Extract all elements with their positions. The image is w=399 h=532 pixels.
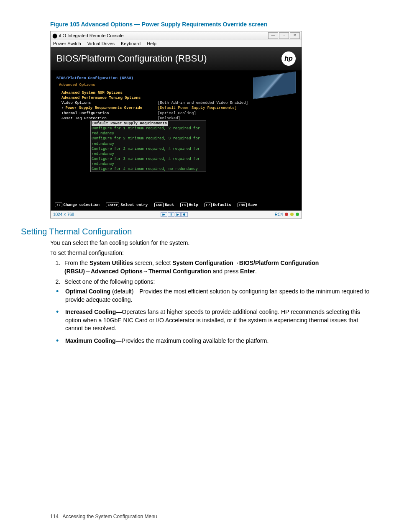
- bios-title: BIOS/Platform Configuration (RBSU): [56, 53, 207, 64]
- sb-btn-4[interactable]: ⏺: [181, 212, 188, 217]
- key-esc: ESC: [154, 203, 164, 207]
- led-yellow-icon: [290, 213, 294, 216]
- t: Optimal Cooling: [65, 288, 110, 295]
- opt-adv-rom[interactable]: Advanced System ROM Options: [61, 90, 158, 95]
- status-rc: RC4: [275, 212, 283, 217]
- screenshot-frame: ⬤ iLO Integrated Remote Console — ▫ ✕ Po…: [50, 31, 302, 218]
- t: Enter: [240, 268, 255, 275]
- opt-power-supply-value: [Default Power Supply Requirements]: [158, 105, 237, 111]
- options-bullets: Optimal Cooling (default)—Provides the m…: [50, 288, 374, 345]
- hp-logo-icon: hp: [281, 51, 296, 66]
- key-f1: F1: [180, 203, 188, 207]
- key-enter-label: Select entry: [120, 203, 148, 207]
- t: Thermal Configuration: [148, 268, 211, 275]
- sb-btn-1[interactable]: ⏮: [161, 212, 167, 217]
- maximize-button[interactable]: ▫: [279, 32, 289, 39]
- t: .: [255, 268, 257, 275]
- sb-btn-3[interactable]: ▶: [175, 212, 181, 217]
- key-f1-label: Help: [189, 203, 198, 207]
- t: System Utilities: [90, 260, 133, 266]
- key-arrows: ↑↓: [55, 203, 62, 207]
- status-resolution: 1024 × 768: [53, 212, 74, 217]
- dropdown-popup[interactable]: Default Power Supply Requirements Config…: [90, 121, 206, 172]
- key-f7-label: Defaults: [213, 203, 231, 207]
- led-red-icon: [285, 213, 288, 216]
- window-title: iLO Integrated Remote Console: [59, 33, 124, 38]
- steps-list: From the System Utilities screen, select…: [50, 259, 374, 286]
- opt-video[interactable]: Video Options: [61, 100, 158, 105]
- bios-key-help: ↑↓Change selection EnterSelect entry ESC…: [55, 203, 297, 207]
- bullet-increased: Increased Cooling—Operates fans at highe…: [62, 308, 374, 333]
- opt-power-supply[interactable]: Power Supply Requirements Override: [65, 106, 142, 110]
- popup-option[interactable]: Configure for 3 minimum required, 4 requ…: [91, 157, 206, 167]
- key-esc-label: Back: [165, 203, 174, 207]
- t: Increased Cooling: [65, 308, 116, 315]
- menu-help[interactable]: Help: [147, 41, 156, 46]
- figure-caption: Figure 105 Advanced Options — Power Supp…: [50, 21, 374, 28]
- popup-selected[interactable]: Default Power Supply Requirements: [92, 121, 168, 126]
- menubar: Power Switch Virtual Drives Keyboard Hel…: [51, 40, 302, 47]
- t: screen, select: [133, 260, 172, 266]
- opt-thermal-value: [Optimal Cooling]: [158, 111, 196, 116]
- key-enter: Enter: [106, 203, 119, 207]
- t: (default)—Provides the most efficient so…: [65, 288, 369, 303]
- opt-adv-perf[interactable]: Advanced Performance Tuning Options: [61, 95, 158, 100]
- bullet-maximum: Maximum Cooling—Provides the maximum coo…: [62, 337, 374, 345]
- popup-option[interactable]: Configure for 2 minimum required, 3 requ…: [91, 136, 206, 146]
- led-green-icon: [296, 213, 299, 216]
- popup-option[interactable]: Configure for 4 minimum required, no red…: [91, 167, 206, 172]
- selection-marker-icon: ▸: [61, 106, 64, 110]
- t: Advanced Options: [91, 268, 143, 275]
- key-arrows-label: Change selection: [64, 203, 100, 207]
- key-f10-label: Save: [248, 203, 257, 207]
- intro-paragraph: You can select the fan cooling solution …: [50, 239, 374, 247]
- t: System Configuration: [172, 260, 233, 266]
- t: —Provides the maximum cooling available …: [116, 337, 269, 344]
- menu-virtual-drives[interactable]: Virtual Drives: [87, 41, 115, 46]
- menu-power-switch[interactable]: Power Switch: [53, 41, 81, 46]
- opt-video-value: [Both Add-in and embedded Video Enabled]: [158, 100, 248, 105]
- step-1: From the System Utilities screen, select…: [62, 259, 374, 276]
- step-2: Select one of the following options:: [62, 278, 374, 286]
- statusbar: 1024 × 768 ⏮ ⏸ ▶ ⏺ RC4: [51, 211, 302, 218]
- window-titlebar: ⬤ iLO Integrated Remote Console — ▫ ✕: [51, 31, 302, 40]
- t: Maximum Cooling: [65, 337, 116, 344]
- section-heading: Setting Thermal Configuration: [21, 227, 374, 236]
- bios-screen: BIOS/Platform Configuration (RBSU) hp BI…: [51, 47, 302, 211]
- t: From the: [64, 260, 90, 266]
- key-f10: F10: [238, 203, 247, 207]
- t: and press: [211, 268, 240, 275]
- menu-keyboard[interactable]: Keyboard: [121, 41, 141, 46]
- close-button[interactable]: ✕: [290, 32, 300, 39]
- popup-option[interactable]: Configure for 2 minimum required, 4 requ…: [91, 146, 206, 157]
- bios-header: BIOS/Platform Configuration (RBSU) hp: [51, 47, 302, 70]
- bullet-optimal: Optimal Cooling (default)—Provides the m…: [62, 288, 374, 304]
- opt-thermal[interactable]: Thermal Configuration: [61, 111, 158, 116]
- app-icon: ⬤: [52, 33, 57, 39]
- sb-btn-2[interactable]: ⏸: [168, 212, 174, 217]
- popup-option[interactable]: Configure for 1 minimum required, 2 requ…: [91, 126, 206, 136]
- key-f7: F7: [205, 203, 212, 207]
- minimize-button[interactable]: —: [268, 32, 278, 39]
- lead-in: To set thermal configuration:: [50, 249, 374, 257]
